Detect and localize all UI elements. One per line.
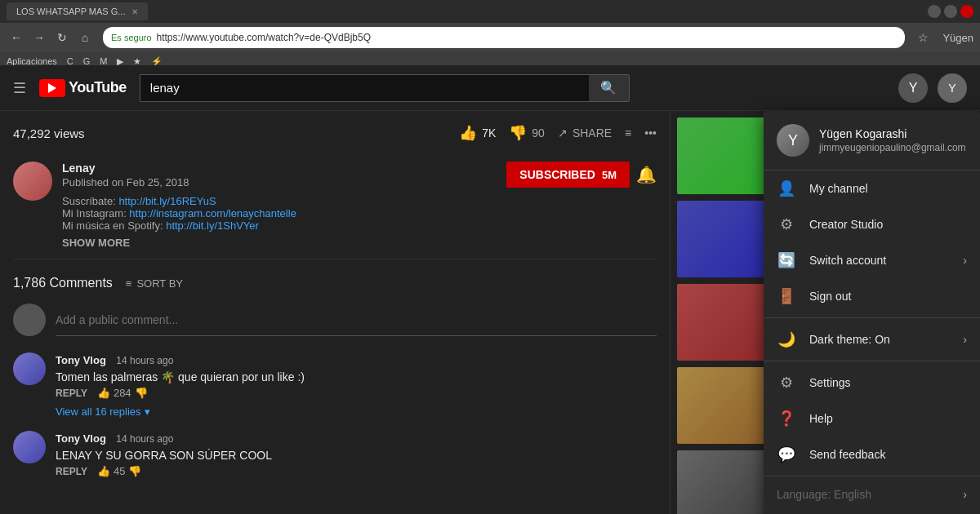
signout-icon: 🚪: [777, 286, 796, 306]
user-label: Yügen: [942, 32, 973, 44]
link-line-3: Mi música en Spotify: http://bit.ly/1ShV…: [62, 219, 497, 232]
location-item[interactable]: Location: United States ›: [764, 509, 980, 514]
subscribe-area: SUBSCRIBED 5M 🔔: [506, 162, 657, 188]
secondary-avatar[interactable]: Y: [938, 73, 967, 103]
sign-out-item[interactable]: 🚪 Sign out: [764, 278, 980, 314]
channel-links: Suscríbate: http://bit.ly/16REYuS Mi Ins…: [62, 195, 497, 232]
video-stats-row: 47,292 views 👍 7K 👎 90 ↗ SHARE: [13, 124, 657, 142]
reply-button-2[interactable]: REPLY: [56, 466, 87, 477]
subscribe-link[interactable]: http://bit.ly/16REYuS: [118, 195, 216, 207]
dropdown-user-email: jimmyeugeniopaulino@gmail.com: [819, 142, 966, 153]
maximize-button[interactable]: [944, 5, 957, 18]
window-controls: [928, 5, 973, 18]
switch-arrow-icon: ›: [963, 254, 967, 267]
comment-input[interactable]: [56, 304, 657, 336]
link-line-2: Mi Instagram: http://instagram.com/lenay…: [62, 207, 497, 219]
tab-close-button[interactable]: ✕: [131, 7, 138, 16]
like-button[interactable]: 👍 7K: [459, 124, 496, 142]
dropdown-user-info: Yügen Kogarashi jimmyeugeniopaulino@gmai…: [819, 127, 966, 153]
help-icon: ❓: [777, 409, 796, 428]
view-replies-button[interactable]: View all 16 replies ▾: [56, 405, 657, 418]
like-icon[interactable]: 👍: [97, 387, 110, 399]
channel-info: Lenay Published on Feb 25, 2018 Suscríba…: [13, 152, 657, 259]
feedback-icon: 💬: [777, 445, 796, 464]
dislike-icon[interactable]: 👎: [135, 387, 148, 399]
link-line-1: Suscríbate: http://bit.ly/16REYuS: [62, 195, 497, 207]
channel-avatar: [13, 162, 52, 201]
switch-account-label: Switch account: [809, 254, 950, 267]
commenter-name[interactable]: Tony Vlog: [56, 354, 106, 366]
forward-button[interactable]: →: [29, 28, 49, 47]
close-button[interactable]: [960, 5, 973, 18]
sub-count: 5M: [602, 169, 617, 181]
person-icon: 👤: [777, 179, 796, 198]
tab-title: LOS WHATSAPP MAS G...: [16, 7, 125, 16]
view-count: 47,292 views: [13, 126, 85, 140]
likes-count-2: 45: [114, 465, 125, 477]
search-button[interactable]: 🔍: [589, 74, 630, 102]
subscribe-label: SUBSCRIBED: [519, 168, 595, 181]
instagram-link[interactable]: http://instagram.com/lenaychantelle: [129, 207, 296, 219]
youtube-header: ☰ YouTube 🔍 Y Y: [0, 65, 980, 111]
browser-tab[interactable]: LOS WHATSAPP MAS G... ✕: [7, 2, 148, 20]
dark-theme-label: Dark theme: On: [809, 333, 950, 346]
address-bar[interactable]: Es seguro https://www.youtube.com/watch?…: [103, 27, 905, 48]
dislike-icon-2[interactable]: 👎: [128, 465, 141, 477]
like-count: 7K: [482, 126, 496, 140]
dislike-count: 90: [532, 126, 545, 140]
secure-badge: Es seguro: [111, 33, 152, 42]
share-icon: ↗: [558, 126, 568, 140]
user-avatar-button[interactable]: Y: [898, 73, 928, 103]
dislike-button[interactable]: 👎 90: [509, 124, 545, 142]
spotify-link[interactable]: http://bit.ly/1ShVYer: [166, 219, 259, 232]
my-channel-item[interactable]: 👤 My channel: [764, 171, 980, 206]
share-label: SHARE: [572, 126, 612, 140]
sort-icon: ≡: [126, 277, 132, 290]
commenter-avatar: [13, 352, 46, 385]
creator-studio-item[interactable]: ⚙ Creator Studio: [764, 206, 980, 242]
commenter-name-2[interactable]: Tony Vlog: [56, 432, 106, 445]
browser-titlebar: LOS WHATSAPP MAS G... ✕: [0, 0, 980, 23]
show-more-button[interactable]: SHOW MORE: [62, 237, 497, 249]
dark-theme-arrow-icon: ›: [963, 333, 967, 346]
divider-3: [764, 476, 980, 476]
search-input[interactable]: [140, 74, 589, 102]
send-feedback-item[interactable]: 💬 Send feedback: [764, 436, 980, 472]
youtube-logo[interactable]: YouTube: [39, 79, 127, 97]
more-options-button[interactable]: •••: [644, 126, 657, 140]
bookmark-button[interactable]: ☆: [913, 28, 933, 47]
comment-likes-2: 👍 45 👎: [97, 465, 141, 477]
minimize-button[interactable]: [928, 5, 941, 18]
channel-name[interactable]: Lenay: [62, 162, 497, 175]
comment-actions-2: REPLY 👍 45 👎: [56, 465, 657, 477]
language-item[interactable]: Language: English ›: [764, 480, 980, 509]
comment-time: 14 hours ago: [116, 355, 173, 366]
back-button[interactable]: ←: [7, 28, 26, 47]
thumbs-up-icon: 👍: [459, 124, 477, 142]
publish-date: Published on Feb 25, 2018: [62, 176, 497, 188]
help-item[interactable]: ❓ Help: [764, 401, 980, 436]
header-right: Y Y: [898, 73, 967, 103]
youtube-logo-text: YouTube: [69, 79, 127, 96]
share-button[interactable]: ↗ SHARE: [558, 126, 612, 140]
like-icon-2[interactable]: 👍: [97, 465, 110, 477]
dropdown-avatar: Y: [777, 124, 809, 157]
search-bar: 🔍: [140, 74, 630, 102]
video-actions: 👍 7K 👎 90 ↗ SHARE ≡ •••: [459, 124, 657, 142]
switch-account-item[interactable]: 🔄 Switch account ›: [764, 242, 980, 278]
notification-bell-button[interactable]: 🔔: [636, 165, 657, 184]
sort-by-button[interactable]: ≡ SORT BY: [126, 277, 183, 290]
add-to-playlist-button[interactable]: ≡: [625, 126, 631, 140]
settings-item[interactable]: ⚙ Settings: [764, 365, 980, 401]
moon-icon: 🌙: [777, 330, 796, 349]
refresh-button[interactable]: ↻: [52, 28, 72, 47]
hamburger-menu[interactable]: ☰: [13, 79, 26, 97]
chevron-down-icon: ▾: [145, 405, 150, 418]
view-replies-text: View all 16 replies: [56, 405, 141, 418]
comment-text-2: LENAY Y SU GORRA SON SÚPER COOL: [56, 449, 657, 462]
home-button[interactable]: ⌂: [75, 28, 95, 47]
reply-button[interactable]: REPLY: [56, 388, 87, 399]
comment-time-2: 14 hours ago: [116, 433, 173, 445]
subscribe-button[interactable]: SUBSCRIBED 5M: [506, 162, 630, 188]
dark-theme-item[interactable]: 🌙 Dark theme: On ›: [764, 321, 980, 357]
